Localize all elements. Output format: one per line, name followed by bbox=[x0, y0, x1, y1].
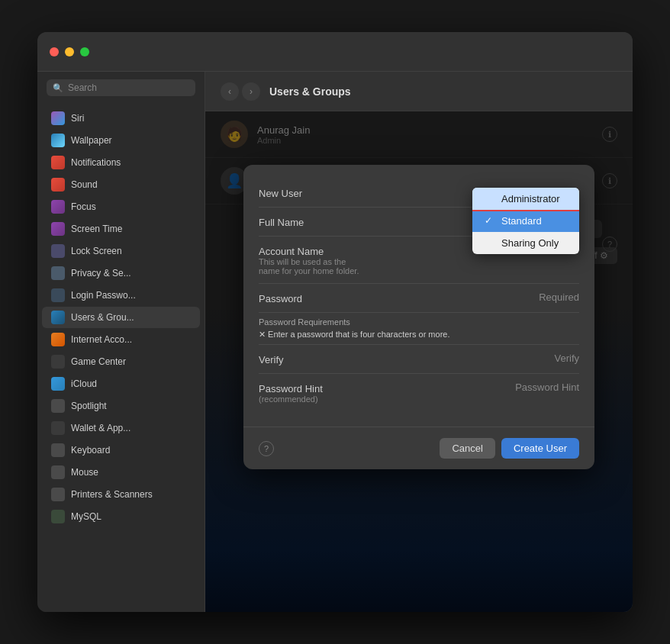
loginpwd-icon bbox=[51, 288, 65, 302]
dropdown-menu: Administrator ✓ Standard bbox=[472, 188, 579, 254]
sidebar-item-label: Users & Grou... bbox=[71, 312, 134, 323]
dropdown-label-standard: Standard bbox=[501, 215, 542, 227]
cancel-button[interactable]: Cancel bbox=[440, 438, 494, 459]
sidebar-item-gamecenter[interactable]: Game Center bbox=[42, 351, 200, 372]
hint-sub-text: (recommended) bbox=[259, 394, 366, 404]
sidebar-item-label: Focus bbox=[71, 201, 96, 212]
main-header: ‹ › Users & Groups bbox=[205, 72, 633, 111]
titlebar bbox=[37, 32, 633, 72]
sidebar-item-label: iCloud bbox=[71, 378, 97, 389]
sidebar-item-label: Siri bbox=[71, 113, 84, 124]
content-area: 🔍 Search Siri Wallpaper Notifications bbox=[37, 72, 633, 612]
sidebar-item-loginpwd[interactable]: Login Passwo... bbox=[42, 285, 200, 306]
hint-label: Password Hint (recommended) bbox=[259, 382, 366, 404]
sidebar-item-keyboard[interactable]: Keyboard bbox=[42, 440, 200, 461]
sidebar-item-mouse[interactable]: Mouse bbox=[42, 462, 200, 483]
footer-buttons: Cancel Create User bbox=[440, 438, 579, 459]
sidebar-item-lockscreen[interactable]: Lock Screen bbox=[42, 240, 200, 262]
privacy-icon bbox=[51, 266, 65, 280]
mouse-icon bbox=[51, 465, 65, 479]
sidebar-item-icloud[interactable]: iCloud bbox=[42, 373, 200, 394]
sidebar-item-label: Lock Screen bbox=[71, 246, 122, 256]
password-input[interactable]: Required bbox=[375, 291, 579, 303]
maximize-button[interactable] bbox=[80, 47, 89, 56]
sidebar-item-label: Printers & Scanners bbox=[71, 489, 153, 500]
dropdown-option-standard[interactable]: ✓ Standard bbox=[472, 210, 579, 232]
icloud-icon bbox=[51, 377, 65, 391]
sidebar-item-label: Internet Acco... bbox=[71, 334, 132, 345]
printers-icon bbox=[51, 488, 65, 501]
siri-icon bbox=[51, 111, 65, 125]
modal-overlay: New User Administrator bbox=[205, 111, 633, 612]
search-icon: 🔍 bbox=[53, 83, 63, 93]
wallet-icon bbox=[51, 421, 65, 435]
sidebar-item-label: Mouse bbox=[71, 467, 98, 478]
spotlight-icon bbox=[51, 399, 65, 413]
sidebar-item-label: Keyboard bbox=[71, 445, 110, 456]
sidebar-item-sound[interactable]: Sound bbox=[42, 174, 200, 195]
traffic-lights bbox=[50, 47, 89, 56]
password-req-section: Password Requirements ✕ Enter a password… bbox=[259, 313, 579, 345]
fullname-label: Full Name bbox=[259, 215, 366, 228]
main-content: 🧑 Anurag Jain Admin ℹ 👤 Guest User Off bbox=[205, 111, 633, 612]
sidebar-item-wallet[interactable]: Wallet & App... bbox=[42, 417, 200, 439]
sidebar-item-label: Notifications bbox=[71, 157, 121, 168]
dropdown-option-administrator[interactable]: Administrator bbox=[472, 188, 579, 210]
search-bar[interactable]: 🔍 Search bbox=[47, 79, 195, 96]
sidebar-items: Siri Wallpaper Notifications Sound Focus bbox=[37, 104, 205, 612]
sidebar-item-focus[interactable]: Focus bbox=[42, 196, 200, 217]
search-input[interactable]: Search bbox=[68, 82, 97, 93]
sidebar-item-label: Screen Time bbox=[71, 224, 122, 234]
back-button[interactable]: ‹ bbox=[221, 82, 239, 101]
sidebar-item-spotlight[interactable]: Spotlight bbox=[42, 395, 200, 417]
create-user-button[interactable]: Create User bbox=[501, 438, 579, 459]
form-row-hint: Password Hint (recommended) Password Hin… bbox=[259, 374, 579, 411]
sidebar-item-label: Wallpaper bbox=[71, 135, 112, 146]
sidebar-item-internet[interactable]: Internet Acco... bbox=[42, 329, 200, 350]
internet-icon bbox=[51, 333, 65, 346]
sidebar-item-notifications[interactable]: Notifications bbox=[42, 152, 200, 173]
sidebar-item-users[interactable]: Users & Grou... bbox=[42, 307, 200, 328]
notifications-icon bbox=[51, 156, 65, 169]
panel-title: Users & Groups bbox=[269, 85, 351, 98]
check-mark-standard: ✓ bbox=[485, 215, 495, 226]
dropdown-container: Administrator ✓ Standard bbox=[472, 188, 579, 254]
minimize-button[interactable] bbox=[65, 47, 74, 56]
dropdown-option-sharingonly[interactable]: Sharing Only bbox=[472, 232, 579, 254]
focus-icon bbox=[51, 200, 65, 214]
sidebar-item-label: MySQL bbox=[71, 511, 101, 522]
sidebar-item-screentime[interactable]: Screen Time bbox=[42, 218, 200, 240]
mysql-icon bbox=[51, 510, 65, 523]
sidebar-item-label: Sound bbox=[71, 179, 98, 190]
sidebar-item-printers[interactable]: Printers & Scanners bbox=[42, 484, 200, 505]
wallpaper-icon bbox=[51, 134, 65, 147]
hint-label-text: Password Hint bbox=[259, 383, 366, 394]
sound-icon bbox=[51, 178, 65, 192]
password-req-title: Password Requirements bbox=[259, 317, 579, 327]
new-user-label: New User bbox=[259, 188, 366, 199]
modal-help-button[interactable]: ? bbox=[259, 441, 274, 456]
users-icon bbox=[51, 311, 65, 324]
form-row-verify: Verify Verify bbox=[259, 345, 579, 374]
dropdown-label-administrator: Administrator bbox=[501, 193, 560, 204]
verify-input[interactable]: Verify bbox=[375, 353, 579, 364]
main-window: 🔍 Search Siri Wallpaper Notifications bbox=[37, 32, 633, 612]
keyboard-icon bbox=[51, 443, 65, 457]
sidebar-item-label: Wallet & App... bbox=[71, 423, 130, 433]
sidebar-item-wallpaper[interactable]: Wallpaper bbox=[42, 130, 200, 151]
password-req-item: ✕ Enter a password that is four characte… bbox=[259, 330, 579, 340]
forward-button[interactable]: › bbox=[242, 82, 260, 101]
sidebar-item-mysql[interactable]: MySQL bbox=[42, 506, 200, 527]
screentime-icon bbox=[51, 222, 65, 236]
close-button[interactable] bbox=[50, 47, 59, 56]
sidebar: 🔍 Search Siri Wallpaper Notifications bbox=[37, 72, 205, 612]
hint-input[interactable]: Password Hint bbox=[375, 382, 579, 393]
password-label: Password bbox=[259, 291, 366, 304]
nav-buttons: ‹ › bbox=[221, 82, 260, 101]
sidebar-item-siri[interactable]: Siri bbox=[42, 108, 200, 129]
form-row-password: Password Required bbox=[259, 284, 579, 313]
verify-label: Verify bbox=[259, 353, 366, 365]
modal-body: New User Administrator bbox=[243, 165, 594, 427]
main-panel: ‹ › Users & Groups 🧑 Anurag Jain Admin bbox=[205, 72, 633, 612]
sidebar-item-privacy[interactable]: Privacy & Se... bbox=[42, 262, 200, 284]
